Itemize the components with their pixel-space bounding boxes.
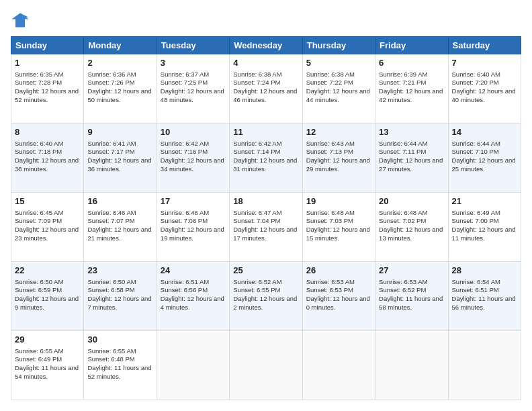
sunset-label: Sunset: 6:53 PM xyxy=(306,286,353,293)
sunset-label: Sunset: 7:06 PM xyxy=(161,217,208,224)
calendar-cell: 15 Sunrise: 6:45 AM Sunset: 7:09 PM Dayl… xyxy=(11,193,84,262)
calendar-cell xyxy=(157,331,229,400)
day-number: 14 xyxy=(452,126,517,138)
logo xyxy=(11,11,32,30)
daylight-label: Daylight: 12 hours and 34 minutes. xyxy=(161,156,224,173)
day-number: 21 xyxy=(452,195,517,208)
calendar-cell: 1 Sunrise: 6:35 AM Sunset: 7:28 PM Dayli… xyxy=(11,54,84,124)
daylight-label: Daylight: 12 hours and 25 minutes. xyxy=(452,156,516,173)
sunset-label: Sunset: 7:17 PM xyxy=(87,148,134,155)
sunset-label: Sunset: 7:25 PM xyxy=(161,79,208,86)
daylight-label: Daylight: 12 hours and 48 minutes. xyxy=(161,87,224,103)
calendar-cell: 22 Sunrise: 6:50 AM Sunset: 6:59 PM Dayl… xyxy=(11,262,84,331)
calendar-cell: 4 Sunrise: 6:38 AM Sunset: 7:24 PM Dayli… xyxy=(230,54,302,124)
day-number: 3 xyxy=(161,57,226,69)
day-number: 16 xyxy=(87,195,152,208)
daylight-label: Daylight: 12 hours and 46 minutes. xyxy=(233,87,297,103)
calendar-cell: 18 Sunrise: 6:47 AM Sunset: 7:04 PM Dayl… xyxy=(230,193,302,262)
day-number: 7 xyxy=(452,57,517,69)
daylight-label: Daylight: 11 hours and 58 minutes. xyxy=(379,295,443,311)
calendar-table: SundayMondayTuesdayWednesdayThursdayFrid… xyxy=(11,36,521,400)
calendar-cell: 11 Sunrise: 6:42 AM Sunset: 7:14 PM Dayl… xyxy=(230,124,302,193)
calendar-cell: 25 Sunrise: 6:52 AM Sunset: 6:55 PM Dayl… xyxy=(230,262,302,331)
sunrise-label: Sunrise: 6:40 AM xyxy=(452,71,500,78)
day-number: 10 xyxy=(161,126,226,138)
calendar-cell: 26 Sunrise: 6:53 AM Sunset: 6:53 PM Dayl… xyxy=(302,262,375,331)
daylight-label: Daylight: 12 hours and 9 minutes. xyxy=(15,295,79,311)
svg-marker-0 xyxy=(11,13,28,28)
calendar-week-row: 15 Sunrise: 6:45 AM Sunset: 7:09 PM Dayl… xyxy=(11,193,521,262)
sunset-label: Sunset: 7:28 PM xyxy=(15,79,62,86)
sunrise-label: Sunrise: 6:44 AM xyxy=(452,140,500,147)
sunrise-label: Sunrise: 6:48 AM xyxy=(306,209,355,216)
sunrise-label: Sunrise: 6:49 AM xyxy=(452,209,500,216)
daylight-label: Daylight: 12 hours and 4 minutes. xyxy=(161,295,224,311)
sunrise-label: Sunrise: 6:42 AM xyxy=(161,140,209,147)
day-number: 18 xyxy=(233,195,298,208)
sunset-label: Sunset: 7:14 PM xyxy=(233,148,280,155)
sunrise-label: Sunrise: 6:50 AM xyxy=(15,278,63,285)
sunrise-label: Sunrise: 6:50 AM xyxy=(87,278,136,285)
sunrise-label: Sunrise: 6:48 AM xyxy=(379,209,427,216)
calendar-cell: 20 Sunrise: 6:48 AM Sunset: 7:02 PM Dayl… xyxy=(375,193,448,262)
calendar-cell: 19 Sunrise: 6:48 AM Sunset: 7:03 PM Dayl… xyxy=(302,193,375,262)
daylight-label: Daylight: 11 hours and 56 minutes. xyxy=(452,295,516,311)
day-number: 8 xyxy=(15,126,80,138)
daylight-label: Daylight: 12 hours and 50 minutes. xyxy=(87,87,151,103)
sunrise-label: Sunrise: 6:44 AM xyxy=(379,140,427,147)
sunset-label: Sunset: 6:58 PM xyxy=(87,286,134,293)
sunrise-label: Sunrise: 6:46 AM xyxy=(161,209,209,216)
sunset-label: Sunset: 7:11 PM xyxy=(379,148,426,155)
daylight-label: Daylight: 12 hours and 29 minutes. xyxy=(306,156,370,173)
day-number: 4 xyxy=(233,57,298,69)
day-number: 1 xyxy=(15,57,80,69)
calendar-header-monday: Monday xyxy=(84,37,157,54)
page: SundayMondayTuesdayWednesdayThursdayFrid… xyxy=(0,0,532,411)
calendar-header-tuesday: Tuesday xyxy=(157,37,229,54)
calendar-cell: 10 Sunrise: 6:42 AM Sunset: 7:16 PM Dayl… xyxy=(157,124,229,193)
calendar-cell: 7 Sunrise: 6:40 AM Sunset: 7:20 PM Dayli… xyxy=(448,54,521,124)
daylight-label: Daylight: 12 hours and 27 minutes. xyxy=(379,156,443,173)
calendar-week-row: 1 Sunrise: 6:35 AM Sunset: 7:28 PM Dayli… xyxy=(11,54,521,124)
day-number: 28 xyxy=(452,265,517,277)
sunrise-label: Sunrise: 6:51 AM xyxy=(161,278,209,285)
sunset-label: Sunset: 7:18 PM xyxy=(15,148,62,155)
calendar-header-wednesday: Wednesday xyxy=(230,37,302,54)
daylight-label: Daylight: 12 hours and 15 minutes. xyxy=(306,226,370,242)
sunset-label: Sunset: 7:26 PM xyxy=(87,79,134,86)
sunrise-label: Sunrise: 6:36 AM xyxy=(87,71,136,78)
sunrise-label: Sunrise: 6:45 AM xyxy=(15,209,63,216)
day-number: 17 xyxy=(161,195,226,208)
sunset-label: Sunset: 6:48 PM xyxy=(87,355,134,363)
calendar-body: 1 Sunrise: 6:35 AM Sunset: 7:28 PM Dayli… xyxy=(11,54,521,400)
sunrise-label: Sunrise: 6:55 AM xyxy=(15,347,63,355)
day-number: 29 xyxy=(15,334,80,346)
calendar-header-saturday: Saturday xyxy=(448,37,521,54)
sunrise-label: Sunrise: 6:54 AM xyxy=(452,278,500,285)
sunrise-label: Sunrise: 6:52 AM xyxy=(233,278,281,285)
calendar-cell: 3 Sunrise: 6:37 AM Sunset: 7:25 PM Dayli… xyxy=(157,54,229,124)
sunset-label: Sunset: 6:49 PM xyxy=(15,355,62,363)
day-number: 2 xyxy=(87,57,152,69)
day-number: 6 xyxy=(379,57,444,69)
sunrise-label: Sunrise: 6:42 AM xyxy=(233,140,281,147)
calendar-cell: 13 Sunrise: 6:44 AM Sunset: 7:11 PM Dayl… xyxy=(375,124,448,193)
calendar-cell: 28 Sunrise: 6:54 AM Sunset: 6:51 PM Dayl… xyxy=(448,262,521,331)
day-number: 25 xyxy=(233,265,298,277)
daylight-label: Daylight: 12 hours and 11 minutes. xyxy=(452,226,516,242)
day-number: 22 xyxy=(15,265,80,277)
sunset-label: Sunset: 7:09 PM xyxy=(15,217,62,224)
sunrise-label: Sunrise: 6:55 AM xyxy=(87,347,136,355)
sunrise-label: Sunrise: 6:53 AM xyxy=(306,278,355,285)
calendar-cell: 2 Sunrise: 6:36 AM Sunset: 7:26 PM Dayli… xyxy=(84,54,157,124)
sunset-label: Sunset: 7:21 PM xyxy=(379,79,426,86)
daylight-label: Daylight: 12 hours and 31 minutes. xyxy=(233,156,297,173)
sunset-label: Sunset: 6:52 PM xyxy=(379,286,426,293)
calendar-cell: 16 Sunrise: 6:46 AM Sunset: 7:07 PM Dayl… xyxy=(84,193,157,262)
calendar-cell: 29 Sunrise: 6:55 AM Sunset: 6:49 PM Dayl… xyxy=(11,331,84,400)
sunset-label: Sunset: 7:04 PM xyxy=(233,217,280,224)
daylight-label: Daylight: 12 hours and 52 minutes. xyxy=(15,87,79,103)
day-number: 13 xyxy=(379,126,444,138)
sunrise-label: Sunrise: 6:43 AM xyxy=(306,140,355,147)
day-number: 15 xyxy=(15,195,80,208)
